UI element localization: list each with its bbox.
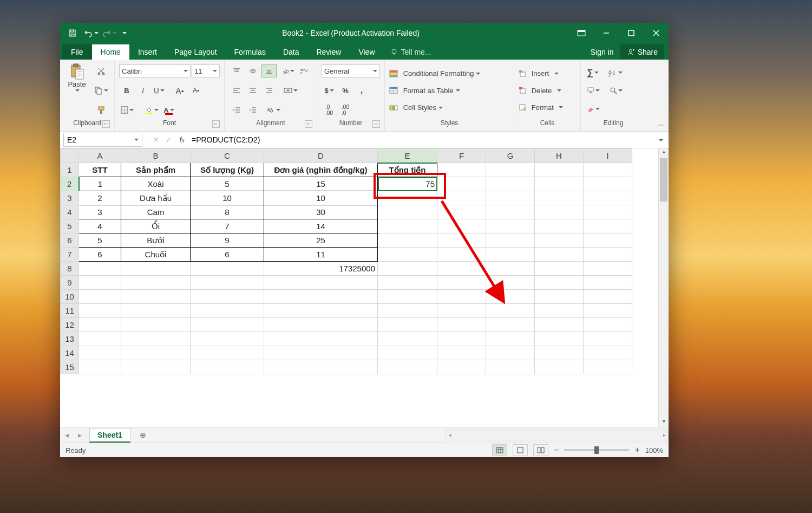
tab-view[interactable]: View [350, 44, 383, 60]
cell-B14[interactable] [121, 346, 191, 360]
ribbon-display-icon[interactable] [569, 23, 594, 43]
cell-D14[interactable] [264, 346, 378, 360]
align-left-button[interactable] [229, 84, 244, 97]
cell-H15[interactable] [535, 360, 584, 374]
collapse-ribbon-icon[interactable]: ︿ [658, 120, 664, 129]
cell-B3[interactable]: Dưa hấu [121, 191, 191, 205]
cell-B8[interactable] [121, 262, 191, 276]
cell-B11[interactable] [121, 304, 191, 318]
cell-G14[interactable] [486, 346, 535, 360]
cell-G7[interactable] [486, 248, 535, 262]
cell-C6[interactable]: 9 [191, 233, 264, 248]
copy-button[interactable] [93, 84, 110, 97]
cell-G10[interactable] [486, 290, 535, 304]
cell-G9[interactable] [486, 276, 535, 290]
row-header-15[interactable]: 15 [61, 360, 79, 374]
cell-F13[interactable] [437, 332, 486, 346]
cell-C15[interactable] [191, 360, 264, 374]
fill-button[interactable] [585, 84, 601, 97]
cell-A14[interactable] [79, 346, 121, 360]
cell-I7[interactable] [584, 248, 632, 262]
cell-H12[interactable] [535, 318, 584, 332]
cell-B12[interactable] [121, 318, 191, 332]
cell-H7[interactable] [535, 248, 584, 262]
col-header-F[interactable]: F [437, 149, 486, 163]
grow-font-button[interactable]: A▴ [172, 84, 187, 97]
cancel-formula-icon[interactable]: ✕ [149, 135, 162, 144]
cell-D12[interactable] [264, 318, 378, 332]
cell-styles-button[interactable]: Cell Styles [389, 103, 509, 112]
cell-G5[interactable] [486, 219, 535, 233]
cell-F14[interactable] [437, 346, 486, 360]
cell-E12[interactable] [378, 318, 437, 332]
row-header-8[interactable]: 8 [61, 262, 79, 276]
cell-E2[interactable]: 75 [378, 177, 437, 191]
cell-H13[interactable] [535, 332, 584, 346]
undo-icon[interactable] [83, 25, 99, 41]
cell-G1[interactable] [486, 163, 535, 177]
cell-F5[interactable] [437, 219, 486, 233]
cell-B2[interactable]: Xoài [121, 177, 191, 191]
cell-F2[interactable] [437, 177, 486, 191]
view-page-layout-button[interactable] [513, 444, 528, 456]
cell-E9[interactable] [378, 276, 437, 290]
italic-button[interactable]: I [135, 84, 150, 97]
row-header-12[interactable]: 12 [61, 318, 79, 332]
cell-E3[interactable] [378, 191, 437, 205]
cell-E11[interactable] [378, 304, 437, 318]
cell-E6[interactable] [378, 233, 437, 248]
bold-button[interactable]: B [119, 84, 134, 97]
format-painter-button[interactable] [93, 103, 110, 116]
col-header-B[interactable]: B [121, 149, 191, 163]
cell-C11[interactable] [191, 304, 264, 318]
cell-C2[interactable]: 5 [191, 177, 264, 191]
cell-B15[interactable] [121, 360, 191, 374]
cell-B9[interactable] [121, 276, 191, 290]
borders-button[interactable] [119, 103, 135, 116]
cell-A4[interactable]: 3 [79, 205, 121, 219]
align-bottom-button[interactable] [261, 64, 277, 77]
share-button[interactable]: Share [620, 44, 664, 60]
cell-F15[interactable] [437, 360, 486, 374]
cell-I15[interactable] [584, 360, 632, 374]
cell-C9[interactable] [191, 276, 264, 290]
cell-I4[interactable] [584, 205, 632, 219]
cell-G12[interactable] [486, 318, 535, 332]
col-header-I[interactable]: I [584, 149, 632, 163]
cell-H5[interactable] [535, 219, 584, 233]
view-normal-button[interactable] [492, 444, 507, 456]
row-header-10[interactable]: 10 [61, 290, 79, 304]
cut-button[interactable] [93, 64, 110, 77]
cell-E10[interactable] [378, 290, 437, 304]
cell-D5[interactable]: 14 [264, 219, 378, 233]
sheet-tab-sheet1[interactable]: Sheet1 [89, 428, 130, 443]
cell-C13[interactable] [191, 332, 264, 346]
tab-file[interactable]: File [62, 44, 92, 60]
row-header-2[interactable]: 2 [61, 177, 79, 191]
conditional-formatting-button[interactable]: Conditional Formatting [389, 69, 509, 78]
cell-G15[interactable] [486, 360, 535, 374]
cell-C7[interactable]: 6 [191, 248, 264, 262]
cell-G6[interactable] [486, 233, 535, 248]
cell-C5[interactable]: 7 [191, 219, 264, 233]
alignment-dialog-launcher[interactable]: ⌐ [305, 120, 312, 128]
comma-button[interactable]: , [354, 84, 369, 97]
cell-A15[interactable] [79, 360, 121, 374]
cell-F8[interactable] [437, 262, 486, 276]
cell-D15[interactable] [264, 360, 378, 374]
view-page-break-button[interactable] [533, 444, 548, 456]
paste-button[interactable]: Paste [64, 62, 89, 119]
cell-E7[interactable] [378, 248, 437, 262]
formula-input[interactable]: =PRODUCT(C2:D2) [188, 135, 656, 144]
cell-I13[interactable] [584, 332, 632, 346]
cell-G3[interactable] [486, 191, 535, 205]
cell-A11[interactable] [79, 304, 121, 318]
cell-C14[interactable] [191, 346, 264, 360]
cell-D6[interactable]: 25 [264, 233, 378, 248]
tab-home[interactable]: Home [92, 44, 129, 60]
tab-data[interactable]: Data [274, 44, 308, 60]
cell-G8[interactable] [486, 262, 535, 276]
save-icon[interactable] [64, 25, 81, 41]
font-size-select[interactable]: 11 [192, 64, 220, 77]
cell-H3[interactable] [535, 191, 584, 205]
